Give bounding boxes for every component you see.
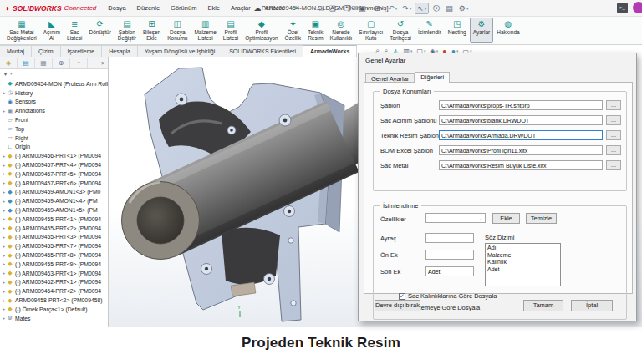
sonek-input[interactable] [425, 266, 474, 276]
tree-item[interactable]: ▸ ◆ (-) ARM009455-PRT<9> (PM0094 [2, 260, 108, 269]
tree-item[interactable]: ▱ Right [2, 134, 108, 143]
command-tab[interactable]: Yaşam Döngüsü ve İşbirliği [138, 45, 222, 57]
ribbon-button[interactable]: ⊞ Bileşen Ekle [140, 18, 164, 43]
cancel-button[interactable]: İptal [571, 300, 613, 311]
ribbon-button[interactable]: ✎ İsimlendir [415, 18, 445, 43]
tree-item[interactable]: ▸ ◆ (-) ARM009455-PRT<2> (PM0094 [2, 224, 108, 233]
menu-item[interactable]: Ekle [207, 4, 220, 12]
filter-caret-icon[interactable]: ▾ [10, 71, 13, 76]
tree-item[interactable]: ▸ ◆ (-) ARM009455-PRT<8> (PM0094 [2, 250, 108, 260]
path-input[interactable] [439, 115, 603, 125]
quick-access-button[interactable]: ⚙▾ [457, 3, 471, 13]
filter-funnel-icon[interactable]: ▼ [3, 71, 8, 77]
tree-item[interactable]: ▸ ◆ (-) ARM009462-PRT<1> (PM0094 [2, 278, 108, 287]
path-input[interactable] [439, 100, 603, 110]
quick-access-button[interactable]: ⦿ [431, 3, 442, 13]
browse-button[interactable]: ... [606, 130, 621, 140]
ribbon-button[interactable]: ▥ Malzeme Listesi [191, 18, 219, 43]
ribbon-button[interactable]: ⚙ Ayarlar [470, 18, 493, 43]
dropdown-caret-icon[interactable]: ▾ [410, 6, 412, 11]
command-tab[interactable]: SOLIDWORKS Eklentileri [222, 45, 303, 57]
panel-tab[interactable]: ◔ [70, 58, 88, 68]
menu-item[interactable]: Düzenle [137, 4, 160, 12]
ribbon-button[interactable]: ✦ Özel Özellik [282, 18, 305, 43]
tree-item[interactable]: ▸ ◆ (-) ARM009455-PRT<7> (PM0094 [2, 241, 108, 250]
path-input[interactable] [439, 160, 603, 170]
quick-access-button[interactable]: ▤ [444, 3, 456, 13]
browse-button[interactable]: ... [606, 100, 621, 110]
console-icon[interactable]: >_ [617, 3, 628, 13]
tree-item[interactable]: ▸ ◆ (-) ARM009456-PRT<1> (PM0094 [2, 151, 108, 160]
dialog-tab[interactable]: Diğerleri [415, 72, 450, 83]
tree-item[interactable]: ▸ ◆ (-) Örnek Parça<1> (Default) [2, 305, 108, 314]
ribbon-button[interactable]: ◍ Hakkında [493, 18, 522, 43]
tree-item[interactable]: ▸ ◆ (-) ARM009457-PRT<5> (PM0094 [2, 169, 108, 179]
ribbon-button[interactable]: ≣ Sac Listesi [64, 18, 85, 43]
menu-item[interactable]: Görünüm [171, 4, 196, 12]
listbox-item[interactable]: Adı [487, 245, 558, 252]
menu-item[interactable]: Araçlar [231, 4, 251, 12]
ribbon-button[interactable]: ▢ Sınırlayıcı Kutu [355, 18, 386, 43]
ozellikler-select[interactable]: ⌄ [425, 213, 486, 223]
tree-item[interactable]: ▸ ◆ (-) ARM009455-PRT<1> (PM0094 [2, 215, 108, 224]
command-tab[interactable]: Montaj [0, 45, 32, 57]
tree-item[interactable]: ▸ ◆ (-) ARM009459-AMON1<5> (PM [2, 205, 108, 215]
tree-item[interactable]: ▱ Top [2, 124, 108, 134]
ribbon-button[interactable]: ▣ Teknik Resim [304, 18, 326, 43]
quick-access-button[interactable]: ↖▾ [415, 3, 429, 14]
command-tab[interactable]: ArmadaWorks [303, 45, 357, 57]
ok-button[interactable]: Tamam [523, 300, 563, 311]
panel-tab[interactable]: ▤ [18, 58, 35, 68]
user-avatar[interactable] [633, 2, 642, 13]
ribbon-button[interactable]: ◫ Dosya Konumu [164, 18, 191, 43]
ribbon-button[interactable]: ▤ Profil Listesi [220, 18, 242, 43]
tree-item[interactable]: ∟ Origin [2, 143, 108, 152]
checkbox-box[interactable]: ✓ [399, 293, 405, 300]
ribbon-button[interactable]: ↺ Dosya Tarihçesi [386, 18, 415, 43]
tree-item[interactable]: ◉ Sensors [2, 98, 108, 107]
tree-item[interactable]: ▸ ▣ Annotations [2, 106, 108, 115]
panel-tab[interactable]: ▦ [35, 58, 53, 68]
ribbon-button[interactable]: ▦ Sac-Metal Değişkenleri [3, 18, 40, 43]
command-tab[interactable]: Çizim [32, 45, 61, 57]
onek-input[interactable] [425, 250, 474, 260]
path-input[interactable] [439, 130, 603, 140]
browse-button[interactable]: ... [606, 145, 621, 155]
tree-item[interactable]: ▸ ◆ (-) ARM009457-PRT<6> (PM0094 [2, 179, 108, 188]
tree-item[interactable]: ◆ ARM009454-MON (Proteus Arm Roll [2, 79, 108, 88]
disable-button[interactable]: Devre dışı bırak [374, 300, 420, 311]
tree-item[interactable]: ▱ Front [2, 115, 108, 124]
quick-access-button[interactable]: ↷▾ [400, 3, 413, 13]
tree-item[interactable]: ▸ ◆ ARM009458-PRT<2> (PM009458) [2, 296, 108, 305]
ribbon-button[interactable]: ◎ Nerede Kullanıldı [327, 18, 356, 43]
tree-item[interactable]: ▸ ◆ (-) ARM009464-PRT<2> (PM0094 [2, 286, 108, 296]
tree-item[interactable]: ▸ ⊚ Mates [2, 314, 108, 323]
panel-tab[interactable]: ⊕ [53, 58, 70, 68]
tree-item[interactable]: ▸ ◆ (-) ARM009457-PRT<4> (PM0094 [2, 160, 108, 169]
listbox-item[interactable]: Kalınlık [487, 259, 558, 266]
listbox-item[interactable]: Adet [487, 266, 558, 274]
listbox-item[interactable]: Malzeme [487, 252, 558, 260]
dialog-checkbox[interactable]: ✓ Sac Kalınlıklarına Göre Dosyala [399, 292, 639, 300]
tree-item[interactable]: ▸ ◆ (-) ARM009459-AMON1<3> (PM0 [2, 188, 108, 197]
ekle-button[interactable]: Ekle [492, 213, 520, 224]
dropdown-caret-icon[interactable]: ▾ [395, 6, 398, 11]
dropdown-caret-icon[interactable]: ▾ [466, 6, 469, 11]
ayrac-input[interactable] [425, 233, 474, 243]
browse-button[interactable]: ... [606, 115, 621, 125]
command-tab[interactable]: İşaretleme [61, 45, 103, 57]
tree-item[interactable]: ▸ ◆ (-) ARM009463-PRT<1> (PM0094 [2, 269, 108, 278]
browse-button[interactable]: ... [606, 160, 621, 170]
panel-tabs-overflow[interactable]: > [101, 60, 108, 66]
tree-item[interactable]: ▸ ◆ (-) ARM009459-AMON1<4> (PM [2, 196, 108, 205]
ribbon-button[interactable]: ◳ Nesting [445, 18, 470, 43]
dropdown-caret-icon[interactable]: ▾ [425, 6, 427, 11]
ribbon-button[interactable]: ▤ Şablon Değiştir [115, 18, 140, 43]
command-tab[interactable]: Hesapla [102, 45, 138, 57]
ribbon-button[interactable]: ◣ Açınım Al [40, 18, 64, 43]
tree-item[interactable]: ▸ ◷ History [2, 88, 108, 98]
panel-tab[interactable]: ◈ [0, 58, 18, 68]
ribbon-button[interactable]: ⟳ Dönüştür [85, 18, 114, 43]
ribbon-button[interactable]: ◆ Profil Optimizasyon [242, 18, 281, 43]
menu-item[interactable]: Dosya [108, 4, 125, 12]
